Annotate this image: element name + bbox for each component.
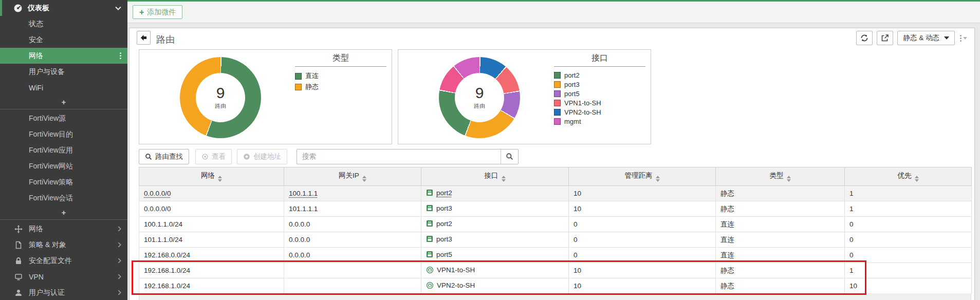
chevron-right-icon — [118, 274, 121, 279]
sidebar-item-security-profiles[interactable]: 安全配置文件 — [0, 253, 127, 269]
ethernet-port-icon — [426, 189, 433, 196]
dashboard-toolbar: + 添加微件 — [127, 2, 980, 23]
donut-chart-interface[interactable]: 9 路由 — [439, 57, 520, 138]
legend-item[interactable]: port2 — [554, 71, 645, 79]
sidebar-item-network[interactable]: 网络 — [0, 221, 127, 237]
sidebar-item-fortiview-policy[interactable]: FortiView策略 — [0, 174, 127, 190]
legend-swatch — [554, 72, 561, 79]
sidebar-item-security[interactable]: 安全 — [0, 32, 127, 48]
sidebar-item-policy-objects[interactable]: 策略 & 对象 — [0, 237, 127, 253]
add-fortiview-button[interactable]: + — [0, 206, 127, 218]
route-lookup-button[interactable]: 路由查找 — [139, 149, 189, 164]
sidebar-item-fortiview-source[interactable]: FortiView源 — [0, 110, 127, 126]
chevron-down-icon[interactable] — [115, 6, 121, 10]
lock-icon — [14, 257, 23, 265]
external-link-icon — [881, 34, 889, 42]
chart-box-type: 9 路由 类型 直连 静态 — [139, 49, 392, 144]
create-address-button[interactable]: 创建地址 — [237, 149, 287, 164]
move-arrows-icon — [14, 225, 23, 233]
sort-icon — [656, 176, 660, 182]
sidebar-divider — [0, 219, 127, 220]
search-input[interactable] — [297, 149, 501, 164]
sidebar-item-vpn[interactable]: VPN — [0, 269, 127, 285]
kebab-icon — [960, 35, 961, 42]
widget-controls: 静态 & 动态 — [856, 31, 968, 45]
ethernet-port-icon — [426, 251, 433, 258]
route-count: 9 — [216, 85, 225, 101]
legend-item[interactable]: 直连 — [295, 71, 386, 81]
sidebar-item-wifi[interactable]: WiFi — [0, 80, 127, 96]
route-row[interactable]: 0.0.0.0/0 100.1.1.1 port2 10 静态 1 — [139, 186, 972, 201]
donut-center: 9 路由 — [455, 73, 504, 122]
sidebar-item-network-dashboard[interactable]: 网络 — [0, 48, 127, 64]
refresh-icon — [860, 34, 868, 42]
kebab-menu-icon[interactable] — [120, 52, 121, 59]
eye-icon — [201, 153, 209, 160]
refresh-button[interactable] — [856, 31, 873, 45]
chevron-right-icon — [118, 258, 121, 264]
ethernet-port-icon — [426, 220, 433, 227]
open-in-new-button[interactable] — [877, 31, 893, 45]
sidebar-item-fortiview-website[interactable]: FortiView网站 — [0, 158, 127, 174]
sort-icon — [915, 176, 919, 182]
col-header-interface[interactable]: 接口 — [421, 167, 569, 186]
view-button[interactable]: 查看 — [195, 149, 232, 164]
col-header-priority[interactable]: 优先 — [845, 167, 972, 186]
legend-swatch — [554, 81, 561, 88]
chevron-right-icon — [118, 242, 121, 248]
col-header-distance[interactable]: 管理距离 — [569, 167, 716, 186]
plus-icon: + — [139, 8, 144, 17]
vpn-tunnel-icon — [426, 266, 434, 274]
route-row-highlighted[interactable]: 192.168.1.0/24 VPN1-to-SH 10 静态 1 — [139, 263, 972, 278]
chart-box-interface: 9 路由 接口 port2 port3 port5 VPN1-to-SH VPN… — [398, 49, 651, 144]
legend-item[interactable]: VPN2-to-SH — [554, 108, 645, 116]
add-dashboard-button[interactable]: + — [0, 96, 127, 108]
col-header-network[interactable]: 网络 — [139, 167, 284, 186]
col-header-gateway[interactable]: 网关IP — [284, 167, 421, 186]
sidebar-item-users-devices[interactable]: 用户与设备 — [0, 64, 127, 80]
legend-swatch — [295, 84, 302, 90]
legend-interface: 接口 port2 port3 port5 VPN1-to-SH VPN2-to-… — [554, 53, 645, 125]
sidebar-item-fortiview-destination[interactable]: FortiView目的 — [0, 126, 127, 142]
search-icon — [506, 153, 513, 160]
legend-title: 类型 — [295, 53, 386, 67]
vpn-tunnel-icon — [426, 282, 434, 289]
caret-down-icon — [944, 36, 949, 40]
search-icon — [145, 153, 152, 160]
sidebar-divider — [0, 109, 127, 109]
legend-item[interactable]: VPN1-to-SH — [554, 99, 645, 107]
col-header-type[interactable]: 类型 — [716, 167, 845, 186]
sort-icon — [502, 176, 506, 182]
route-count-label: 路由 — [215, 102, 226, 110]
widget-menu-button[interactable] — [959, 34, 968, 43]
legend-swatch — [554, 118, 561, 125]
add-widget-button[interactable]: + 添加微件 — [133, 5, 182, 19]
sidebar-item-fortiview-session[interactable]: FortiView会话 — [0, 190, 127, 206]
route-count: 9 — [475, 85, 484, 101]
legend-item[interactable]: port5 — [554, 90, 645, 98]
plus-circle-icon — [243, 153, 250, 160]
legend-item[interactable]: port3 — [554, 81, 645, 88]
sidebar: 仪表板 状态 安全 网络 用户与设备 WiFi + FortiView源 For… — [0, 0, 127, 300]
route-row-highlighted[interactable]: 192.168.1.0/24 VPN2-to-SH 10 静态 10 — [139, 278, 972, 294]
legend-item[interactable]: 静态 — [295, 82, 386, 91]
route-filter-dropdown[interactable]: 静态 & 动态 — [897, 31, 955, 45]
table-toolbar: 路由查找 查看 创建地址 — [139, 148, 519, 164]
sidebar-item-dashboard[interactable]: 仪表板 — [0, 0, 127, 16]
legend-item[interactable]: mgmt — [554, 118, 645, 125]
chevron-right-icon — [118, 226, 121, 232]
main-area: + 添加微件 路由 静态 & 动态 — [127, 0, 980, 300]
route-row[interactable]: 101.1.1.0/24 0.0.0.0 port3 0 直连 0 — [139, 232, 972, 248]
donut-chart-type[interactable]: 9 路由 — [180, 57, 261, 138]
back-arrow-icon — [140, 34, 147, 42]
sidebar-item-status[interactable]: 状态 — [0, 16, 127, 32]
table-header-row: 网络 网关IP 接口 管理距离 类型 优先 — [139, 167, 972, 186]
route-row[interactable]: 100.1.1.0/24 0.0.0.0 port2 0 直连 0 — [139, 217, 972, 232]
search-submit-button[interactable] — [501, 149, 518, 164]
route-row[interactable]: 192.168.0.0/24 0.0.0.0 port5 0 直连 0 — [139, 248, 972, 263]
sidebar-item-fortiview-application[interactable]: FortiView应用 — [0, 142, 127, 158]
sidebar-item-user-authentication[interactable]: 用户与认证 — [0, 285, 127, 300]
legend-swatch — [554, 90, 561, 97]
route-row[interactable]: 0.0.0.0/0 101.1.1.1 port3 10 静态 1 — [139, 201, 972, 217]
back-button[interactable] — [137, 31, 151, 45]
